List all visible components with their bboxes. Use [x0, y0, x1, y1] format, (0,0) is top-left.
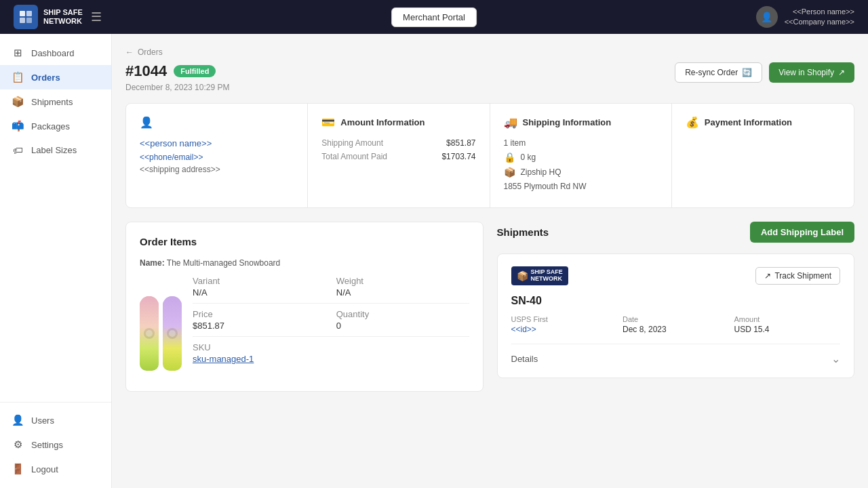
- quantity-label: Quantity: [336, 309, 469, 319]
- order-actions: Re-sync Order 🔄 View in Shopify ↗: [675, 62, 854, 83]
- item-name-label: Name:: [140, 258, 165, 268]
- item-name-value: The Multi-managed Snowboard: [167, 258, 280, 268]
- shipping-carrier: 📦 Zipship HQ: [504, 167, 658, 178]
- view-in-shopify-button[interactable]: View in Shopify ↗: [769, 62, 854, 83]
- svg-rect-2: [20, 18, 25, 23]
- shipping-amount-row: Shipping Amount $851.87: [321, 138, 475, 148]
- amount-icon: 💳: [321, 116, 335, 129]
- merchant-portal-button[interactable]: Merchant Portal: [391, 7, 477, 27]
- sku-col: SKU sku-managed-1: [193, 342, 469, 364]
- price-label: Price: [193, 309, 326, 319]
- shipping-items-count: 1 item: [504, 138, 658, 148]
- resync-order-button[interactable]: Re-sync Order 🔄: [675, 62, 762, 83]
- order-number: #1044: [125, 62, 167, 80]
- user-name: <<Person name>>: [785, 7, 854, 17]
- sidebar-label-packages: Packages: [31, 121, 70, 131]
- weight-col: Weight N/A: [336, 276, 469, 298]
- carrier-label: USPS First: [511, 315, 618, 323]
- amount-col: Amount USD 15.4: [734, 315, 841, 334]
- avatar[interactable]: 👤: [756, 6, 778, 28]
- resync-label: Re-sync Order: [685, 68, 738, 77]
- shipping-icon: 🚚: [504, 116, 517, 129]
- shipping-address: 1855 Plymouth Rd NW: [504, 182, 658, 191]
- add-shipping-label-button[interactable]: Add Shipping Label: [750, 222, 854, 243]
- item-details: Variant N/A Weight N/A: [193, 276, 469, 364]
- svg-rect-3: [26, 18, 32, 23]
- customer-address: <<shipping address>>: [140, 165, 294, 174]
- dashboard-icon: ⊞: [11, 47, 24, 59]
- order-title: #1044 Fulfilled: [125, 62, 229, 80]
- sidebar-item-packages[interactable]: 📫 Packages: [0, 114, 111, 138]
- sidebar-label-shipments: Shipments: [31, 97, 73, 107]
- customer-icon: 👤: [140, 116, 153, 129]
- sidebar-item-logout[interactable]: 🚪 Logout: [0, 457, 111, 481]
- sidebar: ⊞ Dashboard 📋 Orders 📦 Shipments 📫 Packa…: [0, 34, 112, 488]
- svg-point-6: [146, 330, 153, 337]
- sku-value[interactable]: sku-managed-1: [193, 354, 469, 364]
- hamburger-icon[interactable]: ☰: [91, 9, 102, 24]
- total-amount-value: $1703.74: [441, 152, 475, 161]
- sidebar-item-settings[interactable]: ⚙ Settings: [0, 432, 111, 457]
- sidebar-label-orders: Orders: [31, 73, 60, 83]
- variant-label: Variant: [193, 276, 326, 286]
- sidebar-item-shipments[interactable]: 📦 Shipments: [0, 89, 111, 114]
- breadcrumb[interactable]: ← Orders: [125, 47, 854, 57]
- main-content: ← Orders #1044 Fulfilled December 8, 202…: [112, 34, 868, 488]
- payment-card: 💰 Payment Information: [672, 104, 854, 207]
- details-label: Details: [511, 354, 538, 364]
- track-shipment-button[interactable]: ↗ Track Shipment: [755, 267, 840, 285]
- payment-title: Payment Information: [705, 117, 792, 127]
- shipment-card: 📦 SHIP SAFE NETWORK ↗ Track Shipment SN-…: [497, 253, 855, 378]
- logo-text: SHIP SAFE NETWORK: [43, 8, 83, 26]
- sidebar-label-settings: Settings: [31, 440, 63, 450]
- carrier-col: USPS First <<id>>: [511, 315, 618, 334]
- logo-icon: [14, 5, 38, 29]
- app-layout: ⊞ Dashboard 📋 Orders 📦 Shipments 📫 Packa…: [0, 34, 868, 488]
- shipping-items-value: 1 item: [504, 138, 526, 148]
- label-sizes-icon: 🏷: [11, 144, 24, 156]
- item-name-row: Name: The Multi-managed Snowboard: [140, 258, 469, 268]
- top-bar-right: 👤 <<Person name>> <<Company name>>: [756, 6, 854, 28]
- payment-card-header: 💰 Payment Information: [686, 116, 840, 129]
- sidebar-label-dashboard: Dashboard: [31, 48, 75, 58]
- users-icon: 👤: [11, 414, 24, 426]
- shipping-card-header: 🚚 Shipping Information: [504, 116, 658, 129]
- shipments-title: Shipments: [497, 226, 549, 238]
- shipping-amount-label: Shipping Amount: [321, 138, 383, 148]
- sidebar-bottom: 👤 Users ⚙ Settings 🚪 Logout: [0, 402, 111, 481]
- order-status-badge: Fulfilled: [174, 65, 216, 77]
- date-col: Date Dec 8, 2023: [623, 315, 729, 334]
- snowboard-right: [163, 296, 182, 371]
- weight-value: N/A: [336, 287, 469, 298]
- bottom-section: Order Items Name: The Multi-managed Snow…: [125, 222, 854, 392]
- sidebar-item-orders[interactable]: 📋 Orders: [0, 65, 111, 89]
- sidebar-item-users[interactable]: 👤 Users: [0, 408, 111, 432]
- top-bar-left: SHIP SAFE NETWORK ☰: [14, 5, 102, 29]
- user-info: <<Person name>> <<Company name>>: [785, 7, 854, 28]
- chevron-down-icon: ⌄: [831, 352, 840, 365]
- svg-rect-0: [20, 11, 25, 16]
- amount-card-header: 💳 Amount Information: [321, 116, 475, 129]
- top-bar-center: Merchant Portal: [391, 7, 477, 27]
- customer-contact: <<phone/email>>: [140, 152, 294, 162]
- shipments-header: Shipments Add Shipping Label: [497, 222, 855, 243]
- amount-value: USD 15.4: [734, 325, 841, 334]
- track-icon: ↗: [764, 271, 771, 281]
- order-header: #1044 Fulfilled December 8, 2023 10:29 P…: [125, 62, 854, 92]
- sidebar-nav: ⊞ Dashboard 📋 Orders 📦 Shipments 📫 Packa…: [0, 41, 111, 402]
- sidebar-item-dashboard[interactable]: ⊞ Dashboard: [0, 41, 111, 65]
- breadcrumb-label: Orders: [138, 47, 163, 57]
- details-row[interactable]: Details ⌄: [511, 344, 841, 365]
- svg-point-9: [169, 330, 176, 337]
- shipment-logo-text: SHIP SAFE NETWORK: [531, 269, 563, 283]
- quantity-col: Quantity 0: [336, 309, 469, 331]
- settings-icon: ⚙: [11, 439, 24, 451]
- shipping-address-value: 1855 Plymouth Rd NW: [504, 182, 587, 191]
- price-col: Price $851.87: [193, 309, 326, 331]
- svg-rect-1: [26, 11, 32, 16]
- track-label: Track Shipment: [774, 271, 831, 281]
- order-date: December 8, 2023 10:29 PM: [125, 83, 229, 92]
- order-items-title: Order Items: [140, 236, 469, 247]
- carrier-icon: 📦: [504, 167, 515, 178]
- sidebar-item-label-sizes[interactable]: 🏷 Label Sizes: [0, 138, 111, 162]
